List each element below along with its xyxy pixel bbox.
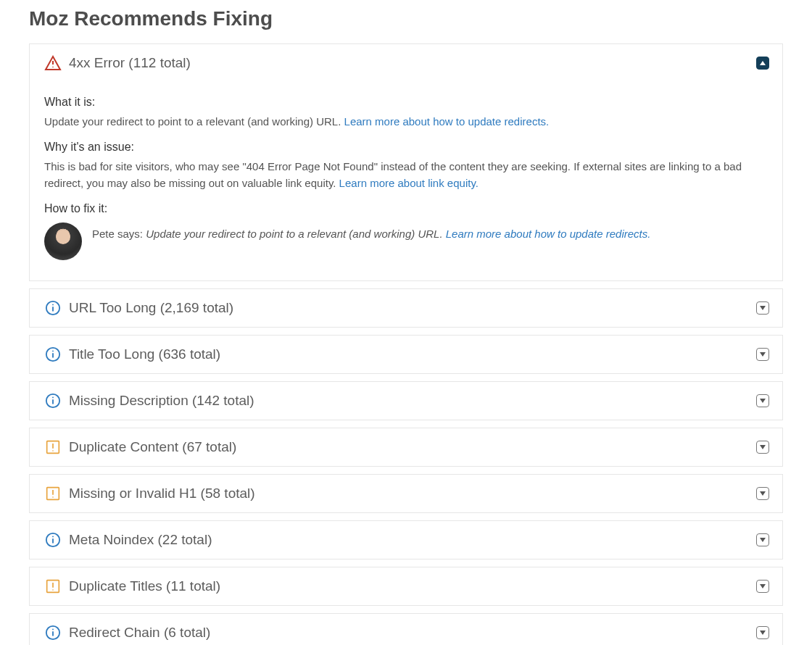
issues-panel-list: 4xx Error (112 total) What it is: Update… — [29, 43, 783, 645]
collapse-toggle[interactable] — [756, 57, 769, 70]
what-is-link[interactable]: Learn more about how to update redirects… — [344, 115, 550, 128]
svg-point-22 — [52, 589, 54, 591]
issue-panel-meta-noindex: Meta Noindex (22 total) — [29, 520, 783, 559]
issue-panel-missing-h1: Missing or Invalid H1 (58 total) — [29, 474, 783, 513]
alert-square-icon — [44, 578, 62, 595]
svg-point-16 — [52, 496, 54, 498]
why-issue-label: Why it's an issue: — [44, 138, 768, 157]
issue-panel-duplicate-titles: Duplicate Titles (11 total) — [29, 567, 783, 606]
issue-title: Redirect Chain (6 total) — [69, 625, 210, 641]
info-circle-icon — [44, 392, 62, 409]
issue-panel-missing-description: Missing Description (142 total) — [29, 381, 783, 420]
expand-toggle[interactable] — [756, 441, 769, 454]
issue-header-title-too-long[interactable]: Title Too Long (636 total) — [30, 336, 782, 373]
info-circle-icon — [44, 299, 62, 317]
how-to-fix-text: Pete says: Update your redirect to point… — [92, 222, 650, 242]
info-circle-icon — [44, 531, 62, 549]
expand-toggle[interactable] — [756, 626, 769, 639]
issue-panel-redirect-chain: Redirect Chain (6 total) — [29, 613, 783, 645]
how-to-fix-label: How to fix it: — [44, 200, 768, 218]
issue-title: Duplicate Titles (11 total) — [69, 578, 220, 594]
why-issue-link[interactable]: Learn more about link equity. — [339, 177, 478, 189]
issue-panel-4xx-error: 4xx Error (112 total) What it is: Update… — [29, 43, 783, 281]
what-is-text: Update your redirect to point to a relev… — [44, 113, 768, 130]
issue-header-redirect-chain[interactable]: Redirect Chain (6 total) — [30, 614, 782, 645]
issue-panel-duplicate-content: Duplicate Content (67 total) — [29, 428, 783, 467]
issue-body-4xx-error: What it is: Update your redirect to poin… — [30, 82, 782, 280]
issue-panel-title-too-long: Title Too Long (636 total) — [29, 335, 783, 374]
issue-header-url-too-long[interactable]: URL Too Long (2,169 total) — [30, 289, 782, 327]
svg-point-25 — [52, 629, 54, 631]
issue-title: Title Too Long (636 total) — [69, 346, 220, 362]
svg-point-19 — [52, 536, 54, 538]
info-circle-icon — [44, 624, 62, 641]
issue-header-duplicate-content[interactable]: Duplicate Content (67 total) — [30, 428, 782, 466]
why-issue-text: This is bad for site visitors, who may s… — [44, 158, 768, 192]
issue-header-missing-description[interactable]: Missing Description (142 total) — [30, 382, 782, 420]
avatar — [44, 222, 82, 260]
expand-toggle[interactable] — [756, 301, 769, 315]
svg-point-13 — [52, 450, 54, 452]
what-is-label: What it is: — [44, 93, 768, 112]
alert-triangle-icon — [44, 54, 62, 72]
issue-title: Duplicate Content (67 total) — [69, 439, 236, 455]
issue-title: Missing or Invalid H1 (58 total) — [69, 486, 255, 502]
issue-title: 4xx Error (112 total) — [69, 55, 191, 71]
issue-header-4xx-error[interactable]: 4xx Error (112 total) — [30, 44, 782, 82]
issue-title: Meta Noindex (22 total) — [69, 532, 212, 548]
issue-header-meta-noindex[interactable]: Meta Noindex (22 total) — [30, 521, 782, 559]
expand-toggle[interactable] — [756, 533, 769, 546]
expand-toggle[interactable] — [756, 348, 769, 361]
issue-title: URL Too Long (2,169 total) — [69, 300, 233, 316]
issue-title: Missing Description (142 total) — [69, 393, 254, 409]
svg-point-10 — [52, 397, 54, 399]
info-circle-icon — [44, 346, 62, 363]
page-title: Moz Recommends Fixing — [29, 7, 783, 30]
alert-square-icon — [44, 438, 62, 456]
expand-toggle[interactable] — [756, 394, 769, 407]
expand-toggle[interactable] — [756, 487, 769, 500]
issue-panel-url-too-long: URL Too Long (2,169 total) — [29, 288, 783, 328]
alert-square-icon — [44, 485, 62, 502]
expand-toggle[interactable] — [756, 580, 769, 593]
how-to-fix-link[interactable]: Learn more about how to update redirects… — [446, 228, 651, 240]
svg-point-4 — [52, 304, 54, 306]
issue-header-duplicate-titles[interactable]: Duplicate Titles (11 total) — [30, 567, 782, 605]
svg-point-1 — [52, 67, 54, 68]
issue-header-missing-h1[interactable]: Missing or Invalid H1 (58 total) — [30, 475, 782, 512]
svg-point-7 — [52, 351, 54, 352]
